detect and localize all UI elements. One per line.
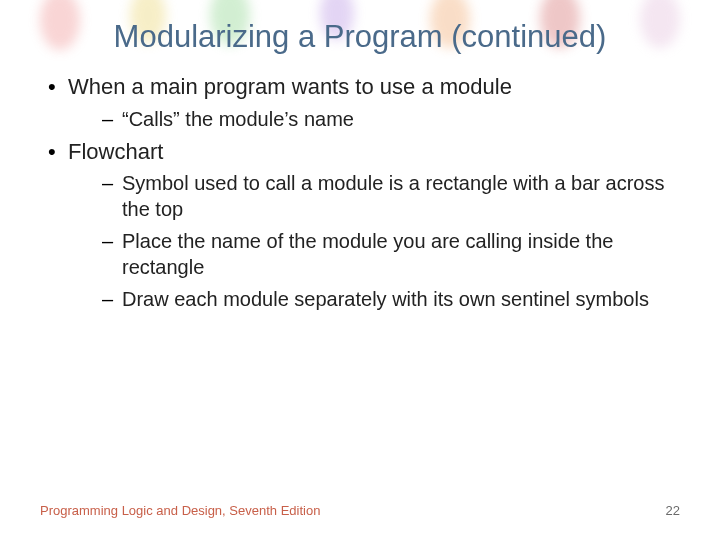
- sub-bullet-item: “Calls” the module’s name: [68, 106, 680, 132]
- page-number: 22: [666, 503, 680, 518]
- bullet-item: When a main program wants to use a modul…: [40, 73, 680, 132]
- sub-bullet-item: Place the name of the module you are cal…: [68, 228, 680, 280]
- slide: Modularizing a Program (continued) When …: [0, 0, 720, 540]
- bullet-text: Flowchart: [68, 139, 163, 164]
- bullet-item: Flowchart Symbol used to call a module i…: [40, 138, 680, 313]
- bullet-list: When a main program wants to use a modul…: [40, 73, 680, 312]
- sub-bullet-item: Symbol used to call a module is a rectan…: [68, 170, 680, 222]
- sub-bullet-item: Draw each module separately with its own…: [68, 286, 680, 312]
- slide-content: When a main program wants to use a modul…: [40, 73, 680, 312]
- sub-bullet-list: Symbol used to call a module is a rectan…: [68, 170, 680, 312]
- sub-bullet-list: “Calls” the module’s name: [68, 106, 680, 132]
- slide-title: Modularizing a Program (continued): [40, 18, 680, 55]
- bullet-text: When a main program wants to use a modul…: [68, 74, 512, 99]
- footer-text: Programming Logic and Design, Seventh Ed…: [40, 503, 320, 518]
